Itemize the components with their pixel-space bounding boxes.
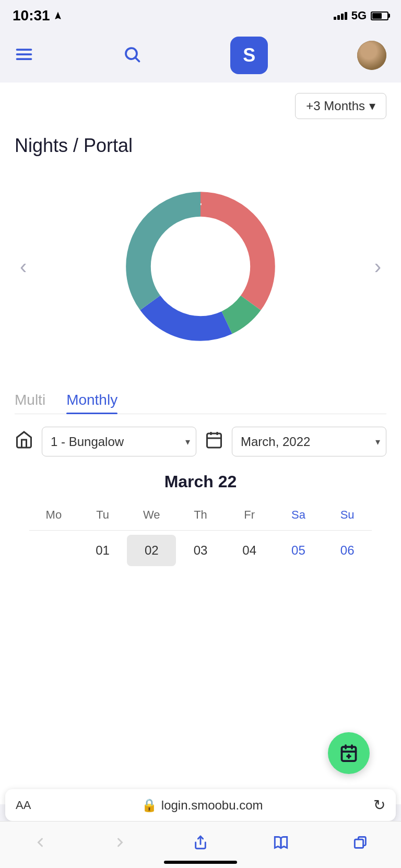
status-bar: 10:31 5G	[0, 0, 401, 28]
battery-fill	[372, 13, 382, 19]
chart-prev-button[interactable]: ‹	[15, 250, 32, 284]
location-icon	[53, 11, 63, 20]
calendar-day-06[interactable]: 06	[323, 535, 372, 566]
share-button[interactable]	[183, 831, 218, 854]
chevron-down-icon: ▾	[369, 99, 375, 113]
calendar-day-05[interactable]: 05	[274, 535, 323, 566]
dropdowns-row: 1 - Bungalow 2 - Studio 3 - Villa ▾ Janu…	[15, 427, 386, 456]
hamburger-button[interactable]	[15, 45, 33, 66]
forward-button[interactable]	[102, 831, 138, 854]
url-text: login.smoobu.com	[161, 798, 263, 813]
url-bar[interactable]: 🔒 login.smoobu.com	[37, 798, 367, 813]
battery-icon	[371, 11, 388, 20]
main-content: +3 Months ▾ Nights / Portal ‹ ›	[0, 83, 401, 804]
calendar-day-01[interactable]: 01	[78, 535, 127, 566]
chart-next-button[interactable]: ›	[369, 250, 386, 284]
browser-bar: AA 🔒 login.smoobu.com ↻	[5, 789, 396, 821]
calendar-month-title: March 22	[29, 472, 372, 491]
property-dropdown[interactable]: 1 - Bungalow 2 - Studio 3 - Villa	[42, 427, 196, 456]
calendar-divider	[29, 530, 372, 531]
logo-letter: S	[243, 44, 255, 66]
day-header-sa: Sa	[274, 504, 323, 526]
property-dropdown-wrapper: 1 - Bungalow 2 - Studio 3 - Villa ▾	[42, 427, 196, 456]
svg-rect-16	[355, 839, 363, 848]
chart-title: Nights / Portal	[15, 135, 386, 157]
status-icons: 5G	[334, 9, 388, 22]
calendar-day-04[interactable]: 04	[225, 535, 274, 566]
day-header-mo: Mo	[29, 504, 78, 526]
tab-multi[interactable]: Multi	[15, 392, 45, 414]
search-button[interactable]	[123, 45, 141, 66]
day-header-su: Su	[323, 504, 372, 526]
calendar-add-icon	[339, 744, 358, 763]
tabs-button[interactable]	[343, 831, 379, 854]
reload-button[interactable]: ↻	[373, 796, 385, 814]
calendar-section: March 22 Mo Tu We Th Fr Sa Su 01 02 03	[15, 472, 386, 566]
house-icon	[15, 430, 33, 453]
calendar-row-1: 01 02 03 04 05 06	[29, 535, 372, 566]
app-logo[interactable]: S	[230, 37, 268, 74]
avatar-image	[357, 41, 386, 70]
font-size-button[interactable]: AA	[16, 799, 31, 812]
chart-section: Nights / Portal ‹ ›	[0, 124, 401, 376]
filter-label: +3 Months	[306, 99, 365, 113]
svg-line-4	[136, 58, 139, 62]
day-header-fr: Fr	[225, 504, 274, 526]
calendar-header: Mo Tu We Th Fr Sa Su	[29, 504, 372, 526]
calendar-day-03[interactable]: 03	[176, 535, 225, 566]
signal-bar-1	[334, 17, 336, 20]
tabs-section: Multi Monthly 1 - Bungalow 2 - Studio 3 …	[0, 376, 401, 579]
time-display: 10:31	[13, 7, 50, 24]
calendar-icon	[205, 430, 223, 453]
lock-icon: 🔒	[141, 798, 157, 813]
add-reservation-fab[interactable]	[328, 732, 370, 774]
calendar-day-empty	[29, 535, 78, 566]
tab-monthly[interactable]: Monthly	[66, 392, 117, 414]
back-button[interactable]	[22, 831, 58, 854]
day-header-we: We	[127, 504, 176, 526]
signal-bar-2	[337, 15, 340, 20]
signal-bars	[334, 12, 347, 20]
avatar[interactable]	[357, 41, 386, 70]
home-indicator	[164, 861, 237, 864]
filter-months-button[interactable]: +3 Months ▾	[295, 93, 386, 119]
network-label: 5G	[351, 9, 367, 22]
tab-multi-label: Multi	[15, 392, 45, 408]
donut-chart-container: ‹ ›	[15, 167, 386, 366]
donut-chart	[112, 178, 289, 355]
bookmark-button[interactable]	[263, 831, 299, 854]
day-header-th: Th	[176, 504, 225, 526]
tab-monthly-label: Monthly	[66, 392, 117, 408]
date-dropdown[interactable]: January, 2022 February, 2022 March, 2022…	[232, 427, 386, 456]
signal-bar-4	[345, 12, 347, 20]
calendar-day-02[interactable]: 02	[127, 535, 176, 566]
top-nav: S	[0, 28, 401, 83]
day-header-tu: Tu	[78, 504, 127, 526]
date-dropdown-wrapper: January, 2022 February, 2022 March, 2022…	[232, 427, 386, 456]
calendar-grid: Mo Tu We Th Fr Sa Su 01 02 03 04 05 06	[29, 504, 372, 566]
filter-row: +3 Months ▾	[0, 83, 401, 124]
view-tabs: Multi Monthly	[15, 392, 386, 414]
svg-rect-5	[207, 433, 221, 448]
status-time: 10:31	[13, 7, 63, 24]
signal-bar-3	[341, 14, 344, 20]
